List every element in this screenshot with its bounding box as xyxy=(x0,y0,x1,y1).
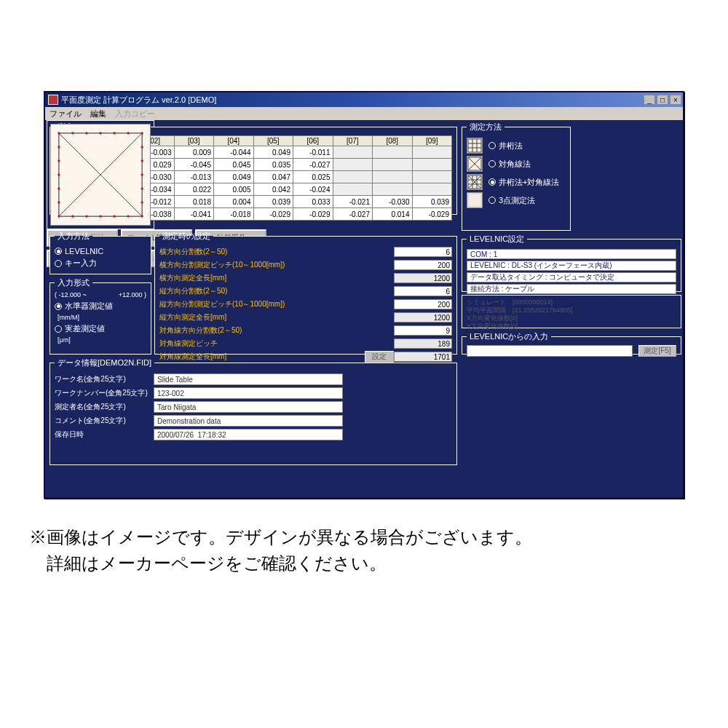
sim-line: X方向変化係数[0] xyxy=(467,314,676,323)
minimize-button[interactable]: _ xyxy=(644,95,655,105)
menu-copy[interactable]: 入力コピー xyxy=(115,108,155,119)
svg-rect-15 xyxy=(468,194,481,207)
work-number-input[interactable] xyxy=(154,387,343,399)
svg-point-41 xyxy=(141,187,143,189)
setting-input-vlen[interactable] xyxy=(394,312,452,323)
setting-input-hlen[interactable] xyxy=(394,273,452,283)
radio-icon xyxy=(55,248,62,255)
radio-icon xyxy=(55,303,62,310)
work-name-input[interactable] xyxy=(154,373,343,385)
svg-point-39 xyxy=(141,159,143,162)
grid-icon xyxy=(467,138,483,154)
info-label: コメント(全角25文字) xyxy=(55,416,149,426)
close-button[interactable]: × xyxy=(670,95,681,105)
levelnic-input-field[interactable] xyxy=(467,345,633,357)
measure-button[interactable]: 測定[F5] xyxy=(638,345,676,357)
method-opt-combined[interactable]: 井桁法+対角線法 xyxy=(467,174,566,190)
svg-point-34 xyxy=(58,159,60,162)
input-format-level[interactable]: 水準器測定値 xyxy=(55,301,146,312)
input-format-diff[interactable]: 実差測定値 xyxy=(55,323,146,334)
threepoint-icon xyxy=(467,192,483,208)
caption-line: 詳細はメーカーページをご確認ください。 xyxy=(29,550,699,577)
input-format-label: 水準器測定値 xyxy=(65,301,113,312)
radio-icon xyxy=(55,260,62,267)
info-label: 保存日時 xyxy=(55,430,149,440)
operator-input[interactable] xyxy=(154,401,343,413)
info-label: 測定者名(全角25文字) xyxy=(55,402,149,412)
method-opt-diagonal[interactable]: 対角線法 xyxy=(467,156,566,172)
group-meas-settings: 測定時の設定 横方向分割数(2～50) 横方向分割測定ピッチ(10～1000[m… xyxy=(154,231,457,355)
svg-point-28 xyxy=(85,215,87,217)
group-input-format-title: 入力形式 xyxy=(55,277,92,288)
svg-point-35 xyxy=(58,173,60,175)
group-levelnic-input: LEVELNICからの入力 測定[F5] xyxy=(462,331,681,355)
setting-label: 対角線測定ピッチ xyxy=(159,339,218,349)
group-input-method-title: 入力方法 xyxy=(55,231,92,242)
input-method-label: キー入力 xyxy=(65,258,97,269)
radio-icon xyxy=(488,178,496,186)
info-label: ワークナンバー(全角25文字) xyxy=(55,388,149,398)
setting-label: 縦方向測定全長[mm] xyxy=(159,312,226,323)
levelnic-com[interactable]: COM : 1 xyxy=(467,249,676,259)
svg-point-27 xyxy=(71,215,74,217)
info-label: ワーク名(全角25文字) xyxy=(55,374,149,384)
svg-point-20 xyxy=(71,132,74,134)
saved-datetime-input[interactable] xyxy=(154,429,343,440)
method-opt-igeta[interactable]: 井桁法 xyxy=(467,138,566,154)
radio-icon xyxy=(488,197,496,204)
svg-point-26 xyxy=(58,215,60,217)
comment-input[interactable] xyxy=(154,415,343,427)
input-method-keyboard[interactable]: キー入力 xyxy=(55,258,146,269)
group-method: 測定方法 井桁法 対角線法 井桁法+対角線法 3点測定法 xyxy=(462,122,571,231)
method-label: 井桁法 xyxy=(499,141,523,151)
menu-file[interactable]: ファイル xyxy=(50,108,82,119)
app-icon xyxy=(48,95,58,105)
caption-line: ※画像はイメージです。デザインが異なる場合がございます。 xyxy=(29,524,699,550)
group-data-info: データ情報[DEMO2N.FID] ワーク名(全角25文字) ワークナンバー(全… xyxy=(50,357,457,465)
svg-point-32 xyxy=(141,215,143,217)
svg-point-38 xyxy=(141,146,143,148)
setting-input-vdiv[interactable] xyxy=(394,286,452,296)
svg-point-30 xyxy=(113,215,115,217)
diagonal-icon xyxy=(467,156,483,172)
sim-line: Y方向変化係数[0] xyxy=(467,323,676,331)
window-title: 平面度測定 計算プログラム ver.2.0 [DEMO] xyxy=(61,95,216,106)
radio-icon xyxy=(488,142,496,149)
svg-point-24 xyxy=(127,132,129,134)
radio-icon xyxy=(488,160,496,167)
setting-label: 横方向測定全長[mm] xyxy=(159,273,226,283)
group-input-method: 入力方法 LEVELNIC キー入力 xyxy=(50,231,151,274)
group-input-format: 入力形式 ( -12.000 ~ +12.000 ) 水準器測定値 [mm/M]… xyxy=(50,277,151,355)
menu-edit[interactable]: 編集 xyxy=(90,108,106,119)
svg-rect-0 xyxy=(468,139,481,152)
svg-point-23 xyxy=(113,132,115,134)
setting-label: 縦方向分割測定ピッチ(10～1000[mm]) xyxy=(159,299,285,309)
method-opt-3point[interactable]: 3点測定法 xyxy=(467,192,566,208)
group-levelnic: LEVELNIC設定 COM : 1 LEVELNIC : DL-S3 (インタ… xyxy=(462,234,681,292)
setting-input-dpitch[interactable] xyxy=(394,339,452,349)
titlebar[interactable]: 平面度測定 計算プログラム ver.2.0 [DEMO] _ □ × xyxy=(45,92,683,107)
setting-input-vpitch[interactable] xyxy=(394,299,452,309)
group-method-title: 測定方法 xyxy=(467,122,505,132)
levelnic-timing[interactable]: データ取込タイミング : コンピュータで決定 xyxy=(467,272,676,282)
group-levelnic-title: LEVELNIC設定 xyxy=(467,234,527,245)
maximize-button[interactable]: □ xyxy=(657,95,668,105)
page-caption: ※画像はイメージです。デザインが異なる場合がございます。 詳細はメーカーページを… xyxy=(29,524,699,577)
input-format-label: 実差測定値 xyxy=(65,323,105,334)
levelnic-connection[interactable]: 接続方法 : ケーブル xyxy=(467,284,676,294)
app-window: 平面度測定 計算プログラム ver.2.0 [DEMO] _ □ × ファイル … xyxy=(44,91,684,499)
svg-point-22 xyxy=(99,132,101,134)
input-method-levelnic[interactable]: LEVELNIC xyxy=(55,247,146,256)
combined-icon xyxy=(467,174,483,190)
svg-point-29 xyxy=(99,215,101,217)
radio-icon xyxy=(55,325,62,333)
group-meas-settings-title: 測定時の設定 xyxy=(159,231,213,242)
method-label: 3点測定法 xyxy=(499,195,535,206)
setting-input-ddiv[interactable] xyxy=(394,325,452,336)
setting-input-hpitch[interactable] xyxy=(394,260,452,270)
input-format-unit: [μm] xyxy=(58,336,146,344)
svg-point-40 xyxy=(141,173,143,175)
levelnic-device[interactable]: LEVELNIC : DL-S3 (インターフェース内蔵) xyxy=(467,261,676,271)
setting-input-hdiv[interactable] xyxy=(394,247,452,257)
svg-point-25 xyxy=(141,132,143,134)
